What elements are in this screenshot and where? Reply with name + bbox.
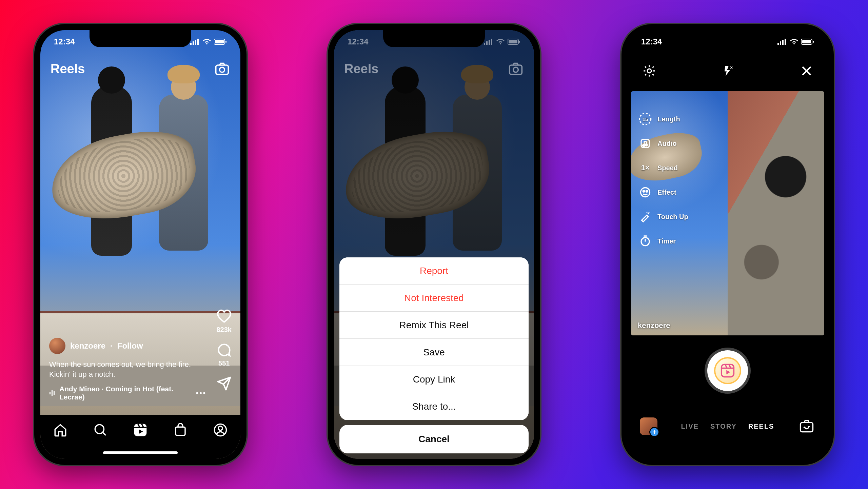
svg-rect-23 <box>509 40 517 43</box>
sheet-remix[interactable]: Remix This Reel <box>339 312 529 339</box>
length-icon: 15 <box>638 112 653 126</box>
battery-icon <box>508 39 520 45</box>
mode-live[interactable]: LIVE <box>681 423 699 430</box>
reels-title: Reels <box>344 62 378 76</box>
mode-story[interactable]: STORY <box>710 423 737 430</box>
tool-label: Speed <box>657 164 678 172</box>
svg-point-34 <box>647 69 651 73</box>
battery-icon <box>801 39 814 45</box>
reels-title: Reels <box>51 62 85 76</box>
paper-plane-icon <box>217 376 232 391</box>
comment-count: 551 <box>218 359 230 367</box>
svg-rect-32 <box>802 40 811 43</box>
svg-point-41 <box>645 144 647 146</box>
svg-rect-47 <box>801 423 813 432</box>
nav-home[interactable] <box>52 422 69 438</box>
audio-icon <box>638 136 653 151</box>
svg-rect-29 <box>782 40 784 45</box>
notch <box>383 30 485 47</box>
tool-label: Effect <box>657 189 676 196</box>
close-button[interactable] <box>801 65 813 77</box>
username[interactable]: kenzoere <box>70 341 105 351</box>
notch <box>677 30 778 47</box>
svg-rect-2 <box>195 40 196 45</box>
more-button[interactable]: ••• <box>196 389 206 397</box>
svg-text:x: x <box>730 65 733 70</box>
nav-profile[interactable] <box>212 422 229 438</box>
svg-rect-28 <box>780 41 781 45</box>
separator-dot: · <box>110 341 113 351</box>
tool-effect[interactable]: Effect <box>638 185 688 200</box>
tool-touchup[interactable]: Touch Up <box>638 209 688 224</box>
svg-point-12 <box>95 425 104 433</box>
like-count: 823k <box>217 326 232 334</box>
sheet-copy-link[interactable]: Copy Link <box>339 366 529 393</box>
svg-rect-9 <box>50 392 51 394</box>
svg-rect-25 <box>510 65 522 75</box>
source-username[interactable]: kenzoere <box>638 321 670 330</box>
svg-rect-24 <box>519 41 520 43</box>
cellular-signal-icon <box>190 39 200 45</box>
remix-source-pane: 15 Length Audio 1× Speed <box>631 91 728 335</box>
speed-value: 1× <box>641 163 649 172</box>
tool-speed[interactable]: 1× Speed <box>638 160 688 175</box>
svg-rect-6 <box>225 41 226 43</box>
nav-shop[interactable] <box>172 422 189 438</box>
sheet-report[interactable]: Report <box>339 257 529 285</box>
viewfinder[interactable]: 15 Length Audio 1× Speed <box>631 91 824 335</box>
svg-rect-0 <box>190 43 192 45</box>
follow-button[interactable]: Follow <box>117 341 143 351</box>
battery-icon <box>214 39 227 45</box>
status-time: 12:34 <box>54 37 75 46</box>
tool-audio[interactable]: Audio <box>638 136 688 151</box>
caption-line: When the sun comes out, we bring the fir… <box>49 360 191 369</box>
wifi-icon <box>202 38 211 45</box>
like-button[interactable]: 823k <box>217 309 232 334</box>
length-value: 15 <box>643 116 648 122</box>
switch-camera-button[interactable] <box>798 417 815 435</box>
svg-rect-21 <box>491 39 492 45</box>
svg-point-44 <box>646 191 648 192</box>
gallery-button[interactable] <box>640 417 657 435</box>
svg-line-13 <box>103 432 106 435</box>
svg-rect-14 <box>134 424 147 436</box>
cellular-signal-icon <box>777 39 787 45</box>
reels-capture-icon <box>714 357 741 384</box>
home-indicator[interactable] <box>103 451 178 454</box>
share-button[interactable] <box>217 376 232 391</box>
wifi-icon <box>790 38 798 45</box>
sheet-cancel[interactable]: Cancel <box>339 425 529 453</box>
svg-rect-33 <box>813 41 814 43</box>
audio-label[interactable]: Andy Mineo · Coming in Hot (feat. Lecrae… <box>59 385 189 401</box>
svg-rect-18 <box>484 43 485 45</box>
settings-button[interactable] <box>643 64 656 78</box>
nav-reels[interactable] <box>132 422 149 438</box>
flash-button[interactable]: x <box>722 65 734 77</box>
status-time: 12:34 <box>641 37 662 46</box>
comment-icon <box>217 343 232 357</box>
capture-button[interactable] <box>707 350 748 391</box>
sheet-not-interested[interactable]: Not Interested <box>339 285 529 312</box>
svg-point-17 <box>218 426 222 430</box>
speed-icon: 1× <box>638 160 653 175</box>
svg-rect-1 <box>193 41 194 45</box>
remix-camera-pane <box>728 91 824 335</box>
tool-timer[interactable]: Timer <box>638 234 688 249</box>
svg-rect-30 <box>785 39 786 45</box>
avatar[interactable] <box>49 338 65 354</box>
phone-reels-view: 12:34 Reels <box>34 24 246 465</box>
timer-icon <box>638 234 653 249</box>
sheet-share-to[interactable]: Share to... <box>339 393 529 420</box>
tool-label: Length <box>657 115 680 123</box>
phone-action-sheet: 12:34 Reels <box>328 24 540 465</box>
caption[interactable]: When the sun comes out, we bring the fir… <box>49 359 206 379</box>
comment-button[interactable]: 551 <box>217 343 232 367</box>
mode-reels[interactable]: REELS <box>748 423 774 430</box>
svg-point-40 <box>643 144 645 146</box>
nav-search[interactable] <box>92 422 109 438</box>
camera-button[interactable] <box>214 61 230 77</box>
tool-label: Touch Up <box>657 213 688 221</box>
sheet-save[interactable]: Save <box>339 339 529 366</box>
tool-length[interactable]: 15 Length <box>638 112 688 126</box>
heart-icon <box>217 309 232 324</box>
